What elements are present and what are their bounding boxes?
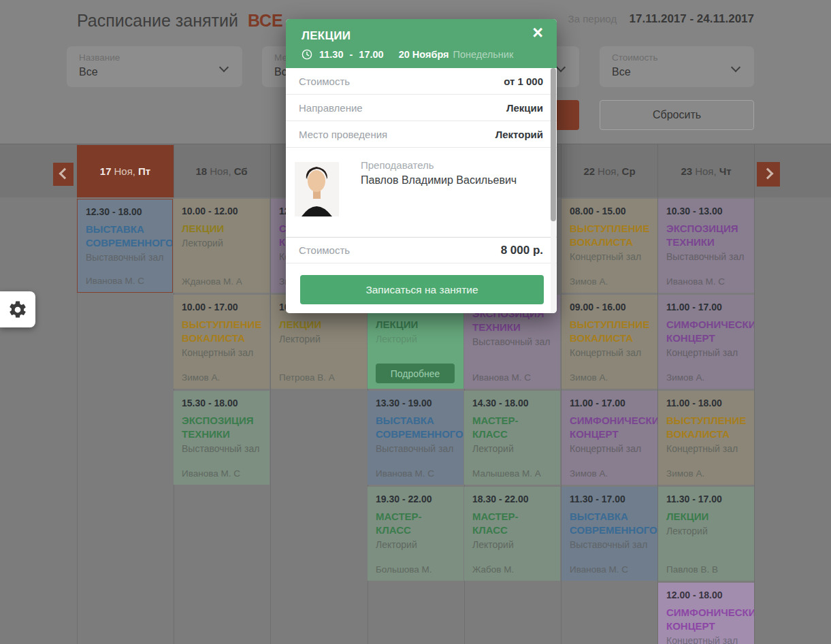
- modal-weekday: Понедельник: [453, 49, 514, 60]
- day-month: Ноя,: [114, 165, 135, 177]
- event-card[interactable]: 19.30 - 22.00МАСТЕР-КЛАССЛекторийБольшов…: [368, 487, 463, 581]
- row-label: Место проведения: [299, 129, 387, 140]
- event-time: 08.00 - 15.00: [570, 206, 649, 216]
- schedule-page: Расписание занятийВСЕ За период 17.11.20…: [0, 0, 831, 644]
- event-card[interactable]: 10.30 - 13.00ЭКСПОЗИЦИЯ ТЕХНИКИВыставочн…: [658, 199, 754, 293]
- modal-title: ЛЕКЦИИ: [302, 29, 351, 43]
- filter-name[interactable]: Название Все: [67, 46, 242, 87]
- event-time: 10.30 - 13.00: [666, 206, 746, 216]
- day-column: 17Ноя,Пт12.30 - 18.00ВЫСТАВКА СОВРЕМЕННО…: [77, 144, 173, 295]
- filter-price[interactable]: Стоимость Все: [600, 46, 754, 87]
- event-card[interactable]: 12.30 - 18.00ВЫСТАВКА СОВРЕМЕННОГОВыстав…: [77, 199, 173, 293]
- event-card[interactable]: 08.00 - 15.00ВЫСТУПЛЕНИЕ ВОКАЛИСТАКонцер…: [561, 199, 657, 293]
- row-label: Стоимость: [299, 244, 350, 256]
- day-header: 18Ноя,Сб: [174, 144, 270, 197]
- event-person: Зимов А.: [570, 276, 608, 287]
- event-time: 12.00 - 18.00: [666, 590, 746, 600]
- day-weekday: Пт: [138, 165, 150, 177]
- event-title: ВЫСТУПЛЕНИЕ ВОКАЛИСТА: [570, 318, 649, 345]
- day-weekday: Чт: [719, 165, 732, 177]
- event-location: Выставочный зал: [182, 443, 261, 454]
- event-time: 11.30 - 17.00: [666, 494, 746, 504]
- event-person: Иванова М. С: [182, 468, 240, 479]
- teacher-section: Преподаватель Павлов Владимир Васильевич: [286, 148, 557, 237]
- event-person: Зимов А.: [182, 372, 220, 383]
- next-day-button[interactable]: [757, 162, 780, 187]
- event-person: Зимов А.: [666, 372, 704, 383]
- event-card[interactable]: 10.00 - 17.00ВЫСТУПЛЕНИЕ ВОКАЛИСТАКонцер…: [174, 295, 270, 389]
- row-value: 8 000 р.: [501, 244, 543, 257]
- day-column: 18Ноя,Сб10.00 - 12.00ЛЕКЦИИЛекторийЖдано…: [174, 144, 270, 487]
- details-button[interactable]: Подробнее: [376, 364, 455, 383]
- event-title: ЭКСПОЗИЦИЯ ТЕХНИКИ: [182, 414, 261, 441]
- event-location: Лекторий: [279, 334, 359, 344]
- event-card[interactable]: 13.30 - 19.00ВЫСТАВКА СОВРЕМЕННОГОВыстав…: [368, 391, 463, 485]
- event-card[interactable]: 18.30 - 22.00МАСТЕР-КЛАССЛекторийЖабов М…: [464, 487, 560, 581]
- event-person: Иванова М. С: [86, 276, 144, 286]
- event-title: СИМФОНИЧЕСКИЙ КОНЦЕРТ: [666, 606, 746, 633]
- column-separator: [754, 144, 755, 644]
- event-person: Иванова М. С: [376, 468, 434, 479]
- avatar: [295, 162, 339, 216]
- day-number: 22: [583, 165, 595, 177]
- event-card[interactable]: 15.30 - 18.00ЭКСПОЗИЦИЯ ТЕХНИКИВыставочн…: [174, 391, 270, 485]
- event-time: 12.30 - 18.00: [86, 206, 164, 217]
- event-card[interactable]: 11.00 - 17.00СИМФОНИЧЕСКИЙ КОНЦЕРТКонцер…: [658, 295, 754, 389]
- event-time: 10.00 - 12.00: [182, 206, 261, 216]
- event-person: Иванова М. С: [666, 276, 725, 287]
- event-card[interactable]: 11.30 - 17.00ВЫСТАВКА СОВРЕМЕННОГОВыстав…: [561, 487, 657, 581]
- filter-label: Стоимость: [612, 52, 742, 63]
- chevron-left-icon: [59, 167, 70, 179]
- event-title: ВЫСТУПЛЕНИЕ ВОКАЛИСТА: [182, 318, 261, 345]
- event-card[interactable]: 14.30 - 18.00МАСТЕР-КЛАССЛекторийМалышев…: [464, 391, 560, 485]
- event-title: ВЫСТАВКА СОВРЕМЕННОГО: [570, 510, 649, 537]
- event-time: 11.00 - 18.00: [666, 398, 746, 408]
- event-time: 11.00 - 17.00: [666, 302, 746, 312]
- event-location: Выставочный зал: [472, 336, 552, 347]
- event-title: ЛЕКЦИИ: [376, 318, 455, 332]
- teacher-photo: [295, 162, 339, 216]
- event-time: 14.30 - 18.00: [472, 398, 552, 408]
- event-title: МАСТЕР-КЛАСС: [472, 414, 552, 441]
- event-location: Выставочный зал: [570, 539, 649, 550]
- day-number: 17: [100, 165, 112, 177]
- day-month: Ноя,: [210, 165, 231, 177]
- modal-header: ЛЕКЦИИ × 11.30 - 17.00 20 Ноября Понедел…: [286, 19, 557, 68]
- event-location: Концертный зал: [570, 347, 649, 358]
- event-card[interactable]: 11.00 - 18.00ВЫСТУПЛЕНИЕ ВОКАЛИСТАКонцер…: [658, 391, 754, 485]
- close-icon[interactable]: ×: [528, 23, 547, 43]
- event-card[interactable]: 11.00 - 17.00СИМФОНИЧЕСКИЙ КОНЦЕРТКонцер…: [561, 391, 657, 485]
- day-month: Ноя,: [598, 165, 619, 177]
- event-person: Зимов А.: [666, 468, 704, 479]
- event-card[interactable]: 11.30 - 17.00ЛЕКЦИИЛекторийПавлов В. В: [658, 487, 754, 581]
- event-card[interactable]: 09.00 - 16.00ВЫСТУПЛЕНИЕ ВОКАЛИСТАКонцер…: [561, 295, 657, 389]
- period-value[interactable]: 17.11.2017 - 24.11.2017: [630, 12, 754, 25]
- event-person: Малышева М. А: [472, 468, 541, 479]
- modal-subheader: 11.30 - 17.00 20 Ноября Понедельник: [302, 49, 513, 60]
- event-card[interactable]: 10.00 - 12.00ЛЕКЦИИЛекторийЖданова М. А: [174, 199, 270, 293]
- reset-button[interactable]: Сбросить: [600, 100, 754, 130]
- modal-row-price: Стоимость 8 000 р.: [286, 237, 557, 263]
- row-value: Лекторий: [495, 129, 543, 140]
- chevron-right-icon: [762, 167, 773, 179]
- event-title: ЛЕКЦИИ: [182, 222, 261, 236]
- event-card[interactable]: 12.00 - 18.00СИМФОНИЧЕСКИЙ КОНЦЕРТКонцер…: [658, 583, 754, 644]
- event-location: Выставочный зал: [86, 252, 164, 263]
- event-title: ЭКСПОЗИЦИЯ ТЕХНИКИ: [666, 222, 746, 249]
- enroll-button[interactable]: Записаться на занятие: [300, 275, 544, 304]
- event-person: Петрова В. А: [279, 372, 335, 383]
- event-location: Лекторий: [376, 539, 455, 550]
- event-person: Зимов А.: [570, 468, 608, 479]
- filter-value: Все: [612, 66, 742, 78]
- event-person: Большова М.: [376, 564, 432, 575]
- filter-value: Все: [79, 66, 230, 78]
- settings-tab[interactable]: [0, 291, 35, 327]
- prev-day-button[interactable]: [53, 163, 74, 186]
- modal-scrollbar[interactable]: [551, 68, 556, 313]
- day-header: 23Ноя,Чт: [658, 144, 754, 197]
- scrollbar-thumb[interactable]: [551, 68, 556, 221]
- event-location: Концертный зал: [182, 347, 261, 358]
- event-location: Лекторий: [376, 334, 455, 344]
- row-value: Лекции: [506, 102, 543, 114]
- event-time: 19.30 - 22.00: [376, 494, 455, 504]
